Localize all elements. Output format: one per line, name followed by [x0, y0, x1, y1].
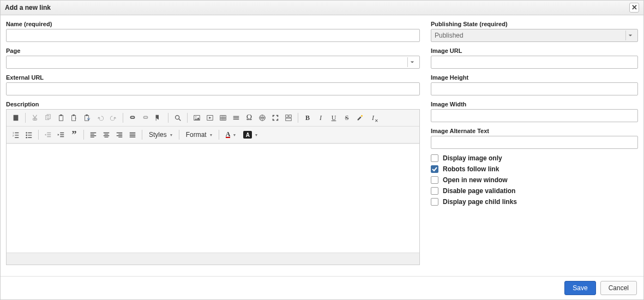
- separator: [187, 113, 188, 123]
- svg-rect-8: [86, 115, 88, 116]
- robots-follow-checkbox[interactable]: [431, 165, 438, 173]
- find-icon[interactable]: [172, 112, 184, 124]
- rich-text-editor: T W Ω: [6, 109, 420, 265]
- special-char-icon[interactable]: Ω: [243, 112, 255, 124]
- unordered-list-icon[interactable]: [23, 129, 35, 141]
- save-button[interactable]: Save: [564, 281, 595, 295]
- separator: [123, 113, 123, 123]
- publishing-state-select[interactable]: Published: [431, 29, 638, 42]
- image-url-input[interactable]: [431, 56, 638, 69]
- redo-icon[interactable]: [107, 112, 119, 124]
- image-alt-label: Image Alternate Text: [431, 128, 638, 134]
- external-url-field: External URL: [6, 74, 420, 95]
- robots-follow-row: Robots follow link: [431, 165, 638, 173]
- strike-icon[interactable]: S: [341, 112, 353, 124]
- display-image-only-row: Display image only: [431, 154, 638, 162]
- blockquote-icon[interactable]: ”: [68, 129, 80, 141]
- dialog-title: Add a new link: [5, 4, 51, 11]
- copy-icon[interactable]: [42, 112, 54, 124]
- image-height-input[interactable]: [431, 82, 638, 95]
- bold-icon[interactable]: B: [302, 112, 314, 124]
- outdent-icon[interactable]: [42, 129, 54, 141]
- display-image-only-checkbox[interactable]: [431, 154, 438, 162]
- format-label: Format: [186, 131, 207, 139]
- paste-icon[interactable]: [55, 112, 67, 124]
- anchor-icon[interactable]: [153, 112, 165, 124]
- embed-icon[interactable]: [204, 112, 216, 124]
- separator: [219, 130, 219, 140]
- show-blocks-icon[interactable]: [282, 112, 294, 124]
- name-input[interactable]: [6, 29, 420, 42]
- iframe-icon[interactable]: [256, 112, 268, 124]
- cancel-button-label: Cancel: [609, 284, 629, 292]
- text-color-dropdown[interactable]: A ▾: [222, 129, 239, 141]
- name-field: Name (required): [6, 21, 420, 42]
- disable-validation-row: Disable page validation: [431, 187, 638, 195]
- disable-validation-label: Disable page validation: [443, 187, 515, 195]
- align-justify-icon[interactable]: [127, 129, 139, 141]
- hr-icon[interactable]: [230, 112, 242, 124]
- text-color-icon: A: [226, 131, 231, 138]
- close-button[interactable]: ✕: [629, 3, 639, 13]
- svg-text:2: 2: [13, 134, 14, 137]
- svg-rect-18: [289, 115, 291, 117]
- separator: [168, 113, 168, 123]
- display-child-links-checkbox[interactable]: [431, 198, 438, 206]
- svg-point-13: [195, 116, 196, 117]
- paste-word-icon[interactable]: W: [81, 112, 93, 124]
- align-left-icon[interactable]: [87, 129, 99, 141]
- link-icon[interactable]: [127, 112, 139, 124]
- editor-footer: [7, 253, 419, 265]
- save-button-label: Save: [573, 284, 587, 292]
- italic-icon[interactable]: I: [315, 112, 327, 124]
- open-new-window-checkbox[interactable]: [431, 176, 438, 184]
- source-icon[interactable]: [10, 112, 22, 124]
- format-dropdown[interactable]: Format ▾: [183, 129, 215, 141]
- undo-icon[interactable]: [94, 112, 106, 124]
- paste-text-icon[interactable]: T: [68, 112, 80, 124]
- editor-content-area[interactable]: [7, 143, 419, 253]
- page-select[interactable]: [6, 56, 420, 69]
- chevron-down-icon: ▾: [233, 133, 236, 137]
- chevron-down-icon: [625, 31, 634, 40]
- right-column: Publishing State (required) Published Im…: [431, 21, 638, 276]
- image-icon[interactable]: [191, 112, 203, 124]
- unlink-icon[interactable]: [140, 112, 152, 124]
- page-field: Page: [6, 47, 420, 69]
- indent-icon[interactable]: [55, 129, 67, 141]
- align-center-icon[interactable]: [100, 129, 112, 141]
- image-url-field: Image URL: [431, 47, 638, 69]
- styles-dropdown[interactable]: Styles ▾: [146, 129, 176, 141]
- separator: [25, 113, 26, 123]
- highlight-icon[interactable]: [354, 112, 366, 124]
- external-url-label: External URL: [6, 74, 420, 81]
- svg-rect-5: [73, 115, 75, 116]
- publishing-state-value: Published: [435, 32, 464, 39]
- svg-point-23: [26, 135, 27, 136]
- table-icon[interactable]: [217, 112, 229, 124]
- svg-rect-2: [59, 116, 63, 121]
- svg-point-11: [176, 116, 179, 119]
- image-alt-input[interactable]: [431, 136, 638, 149]
- underline-icon[interactable]: U: [328, 112, 340, 124]
- chevron-down-icon: ▾: [170, 133, 172, 137]
- chevron-down-icon: [407, 57, 416, 67]
- cut-icon[interactable]: [29, 112, 41, 124]
- separator: [83, 130, 84, 140]
- cancel-button[interactable]: Cancel: [600, 281, 637, 295]
- ordered-list-icon[interactable]: 12: [10, 129, 22, 141]
- titlebar: Add a new link ✕: [1, 1, 643, 15]
- display-child-links-label: Display page child links: [443, 198, 517, 206]
- external-url-input[interactable]: [6, 82, 420, 95]
- maximize-icon[interactable]: [269, 112, 281, 124]
- remove-format-icon[interactable]: I✕: [367, 112, 379, 124]
- bg-color-dropdown[interactable]: A ▾: [240, 129, 261, 141]
- image-url-label: Image URL: [431, 47, 638, 54]
- svg-rect-3: [60, 115, 62, 116]
- description-field: Description T W: [6, 101, 420, 265]
- image-width-input[interactable]: [431, 109, 638, 122]
- dialog: Add a new link ✕ Name (required) Page: [0, 0, 644, 300]
- svg-rect-19: [286, 118, 292, 121]
- align-right-icon[interactable]: [113, 129, 125, 141]
- disable-validation-checkbox[interactable]: [431, 187, 438, 195]
